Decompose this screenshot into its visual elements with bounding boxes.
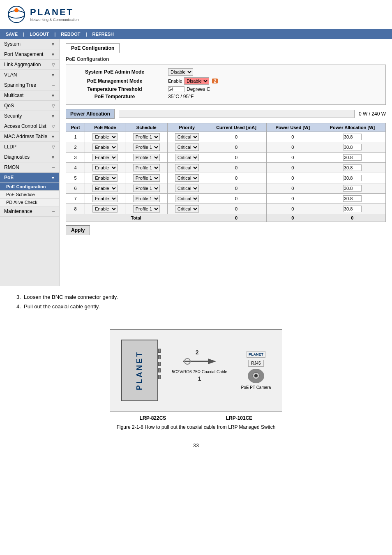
mode-select[interactable]: EnableDisable [92, 164, 118, 171]
col-schedule: Schedule [125, 123, 168, 132]
diagram-section: PLANET 2 5C2V/RG [16, 325, 376, 434]
schedule-select[interactable]: Profile 1 [133, 174, 160, 182]
sidebar-item-multicast[interactable]: Multicast ▼ [0, 90, 59, 101]
mode-select[interactable]: EnableDisable [92, 143, 118, 151]
step-3: 3. Loosen the BNC male connector gently. [16, 294, 376, 300]
current-cell: 0 [206, 194, 267, 204]
top-nav: SAVE | LOGOUT | REBOOT | REFRESH [0, 29, 392, 39]
mode-select[interactable]: EnableDisable [92, 133, 118, 141]
port-cell: 1 [66, 132, 85, 142]
save-btn[interactable]: SAVE [4, 31, 19, 37]
priority-select[interactable]: CriticalHighLow [175, 143, 199, 151]
logo-text-area: PLANET Networking & Communication [30, 7, 79, 22]
figure-caption: Figure 2-1-8 How to pull out the coaxial… [117, 424, 276, 430]
alloc-input[interactable] [343, 185, 362, 192]
col-power-alloc: Power Allocation [W] [319, 123, 385, 132]
schedule-select[interactable]: Profile 1 [133, 205, 160, 213]
temp-threshold-input[interactable] [168, 86, 184, 92]
priority-select[interactable]: CriticalHighLow [175, 164, 199, 171]
mode-select[interactable]: EnableDisable [92, 205, 118, 213]
priority-select[interactable]: CriticalHighLow [175, 133, 199, 141]
alloc-input[interactable] [343, 134, 362, 140]
alloc-input[interactable] [343, 154, 362, 161]
alloc-input[interactable] [343, 206, 362, 212]
schedule-select[interactable]: Profile 1 [133, 133, 160, 141]
header: PLANET Networking & Communication [0, 0, 392, 29]
schedule-select[interactable]: Profile 1 [133, 195, 160, 202]
sidebar-item-mac-table[interactable]: MAC Address Table ▼ [0, 132, 59, 142]
sidebar-item-rmon[interactable]: RMON ∽ [0, 162, 59, 173]
mode-select[interactable]: EnableDisable [92, 195, 118, 202]
content-area: PoE Configuration PoE Configuration Syst… [60, 39, 392, 286]
table-row: 8 EnableDisable Profile 1 CriticalHighLo… [66, 204, 386, 214]
alloc-input[interactable] [343, 144, 362, 150]
port-cell: 4 [66, 163, 85, 173]
logout-btn[interactable]: LOGOUT [28, 31, 51, 37]
schedule-select[interactable]: Profile 1 [133, 185, 160, 192]
schedule-select[interactable]: Profile 1 [133, 143, 160, 151]
sidebar-item-diagnostics[interactable]: Diagnostics ▼ [0, 152, 59, 162]
poe-config-tab[interactable]: PoE Configuration [66, 43, 120, 53]
poe-management-mode-select[interactable]: Disable Enable [184, 77, 209, 85]
sidebar-item-lldp[interactable]: LLDP ▽ [0, 142, 59, 152]
temp-threshold-row: Temperature Threshold Degrees C [69, 86, 382, 92]
power-cell: 0 [266, 173, 319, 183]
table-row: 1 EnableDisable Profile 1 CriticalHighLo… [66, 132, 386, 142]
power-cell: 0 [266, 132, 319, 142]
port-cell: 7 [66, 194, 85, 204]
table-row: 3 EnableDisable Profile 1 CriticalHighLo… [66, 153, 386, 163]
col-port: Port [66, 123, 85, 132]
sidebar-item-security[interactable]: Security ▼ [0, 111, 59, 121]
alloc-input[interactable] [343, 164, 362, 171]
steps-section: 3. Loosen the BNC male connector gently.… [0, 286, 392, 321]
alloc-input[interactable] [343, 195, 362, 202]
refresh-btn[interactable]: REFRESH [91, 31, 116, 37]
sidebar-item-acl[interactable]: Access Control List ▽ [0, 121, 59, 132]
power-cell: 0 [266, 194, 319, 204]
priority-select[interactable]: CriticalHighLow [175, 185, 199, 192]
power-cell: 0 [266, 163, 319, 173]
sidebar-item-system[interactable]: System ▼ [0, 39, 59, 49]
power-cell: 0 [266, 153, 319, 163]
sidebar-sub-poe-schedule[interactable]: PoE Schedule [0, 191, 59, 199]
system-arrow: ▼ [51, 42, 55, 46]
sidebar-item-poe[interactable]: PoE ▼ [0, 173, 59, 183]
sidebar-sub-poe-config[interactable]: PoE Configuration [0, 183, 59, 191]
priority-select[interactable]: CriticalHighLow [175, 174, 199, 182]
port-cell: 8 [66, 204, 85, 214]
mode-select[interactable]: EnableDisable [92, 154, 118, 161]
sidebar-item-vlan[interactable]: VLAN ▼ [0, 70, 59, 80]
sidebar-item-link-aggregation[interactable]: Link Aggregation ▽ [0, 60, 59, 70]
schedule-select[interactable]: Profile 1 [133, 164, 160, 171]
sidebar-item-spanning-tree[interactable]: Spanning Tree ∽ [0, 80, 59, 90]
power-alloc-value: 0 W / 240 W [359, 111, 386, 117]
poe-temp-row: PoE Temperature 35°C / 95°F [69, 94, 382, 99]
apply-button[interactable]: Apply [66, 225, 90, 235]
total-power: 0 [266, 214, 319, 222]
table-row: 7 EnableDisable Profile 1 CriticalHighLo… [66, 194, 386, 204]
poe-management-mode-row: PoE Management Mode Enable Disable Enabl… [69, 77, 382, 85]
schedule-select[interactable]: Profile 1 [133, 154, 160, 161]
table-row: 5 EnableDisable Profile 1 CriticalHighLo… [66, 173, 386, 183]
alloc-input[interactable] [343, 175, 362, 181]
priority-select[interactable]: CriticalHighLow [175, 205, 199, 213]
table-row: 4 EnableDisable Profile 1 CriticalHighLo… [66, 163, 386, 173]
main-layout: System ▼ Port Management ▼ Link Aggregat… [0, 39, 392, 286]
sidebar-item-maintenance[interactable]: Maintenance ∽ [0, 206, 59, 217]
priority-select[interactable]: CriticalHighLow [175, 154, 199, 161]
diagram-box: PLANET 2 5C2V/RG [110, 329, 282, 412]
total-alloc: 0 [319, 214, 385, 222]
col-priority: Priority [168, 123, 206, 132]
port-cell: 5 [66, 173, 85, 183]
sidebar-item-port-management[interactable]: Port Management ▼ [0, 49, 59, 60]
mode-select[interactable]: EnableDisable [92, 185, 118, 192]
col-poe-mode: PoE Mode [85, 123, 125, 132]
sidebar-sub-pd-alive[interactable]: PD Alive Check [0, 199, 59, 206]
sidebar-item-qos[interactable]: QoS ▽ [0, 101, 59, 111]
priority-select[interactable]: CriticalHighLow [175, 195, 199, 202]
mode-select[interactable]: EnableDisable [92, 174, 118, 182]
total-row: Total 0 0 0 [66, 214, 386, 222]
reboot-btn[interactable]: REBOOT [59, 31, 82, 37]
step-4: 4. Pull out the coaxial cable gently. [16, 303, 376, 310]
system-poe-admin-select[interactable]: Disable Enable [168, 68, 193, 76]
